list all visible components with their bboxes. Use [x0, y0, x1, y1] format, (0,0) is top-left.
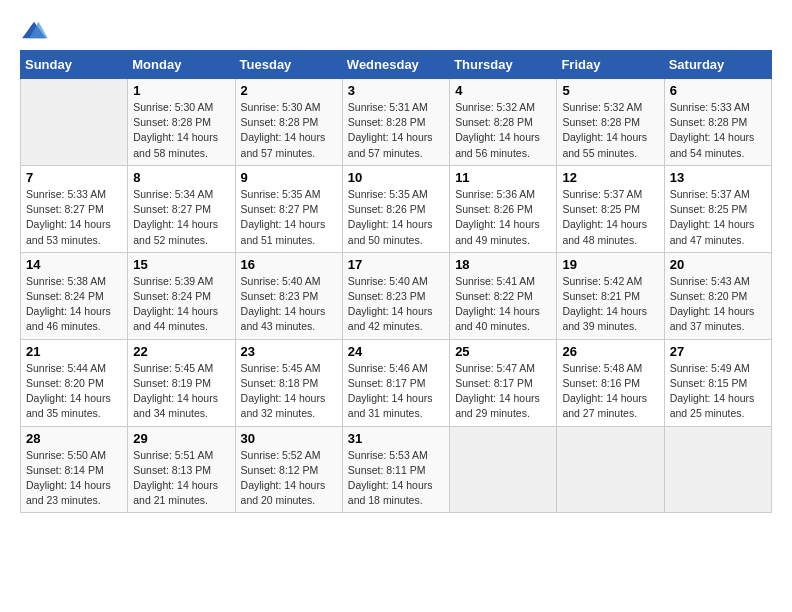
calendar-cell: 25Sunrise: 5:47 AM Sunset: 8:17 PM Dayli…	[450, 339, 557, 426]
calendar-body: 1Sunrise: 5:30 AM Sunset: 8:28 PM Daylig…	[21, 79, 772, 513]
day-detail: Sunrise: 5:30 AM Sunset: 8:28 PM Dayligh…	[133, 100, 229, 161]
day-detail: Sunrise: 5:33 AM Sunset: 8:28 PM Dayligh…	[670, 100, 766, 161]
day-detail: Sunrise: 5:35 AM Sunset: 8:27 PM Dayligh…	[241, 187, 337, 248]
day-number: 28	[26, 431, 122, 446]
calendar-cell: 18Sunrise: 5:41 AM Sunset: 8:22 PM Dayli…	[450, 252, 557, 339]
calendar-cell: 29Sunrise: 5:51 AM Sunset: 8:13 PM Dayli…	[128, 426, 235, 513]
calendar-cell: 20Sunrise: 5:43 AM Sunset: 8:20 PM Dayli…	[664, 252, 771, 339]
calendar-cell: 21Sunrise: 5:44 AM Sunset: 8:20 PM Dayli…	[21, 339, 128, 426]
calendar-cell: 28Sunrise: 5:50 AM Sunset: 8:14 PM Dayli…	[21, 426, 128, 513]
day-detail: Sunrise: 5:35 AM Sunset: 8:26 PM Dayligh…	[348, 187, 444, 248]
calendar-header-cell: Tuesday	[235, 51, 342, 79]
day-number: 29	[133, 431, 229, 446]
day-number: 9	[241, 170, 337, 185]
day-number: 25	[455, 344, 551, 359]
day-detail: Sunrise: 5:37 AM Sunset: 8:25 PM Dayligh…	[562, 187, 658, 248]
calendar-cell: 22Sunrise: 5:45 AM Sunset: 8:19 PM Dayli…	[128, 339, 235, 426]
calendar-week-row: 7Sunrise: 5:33 AM Sunset: 8:27 PM Daylig…	[21, 165, 772, 252]
day-detail: Sunrise: 5:30 AM Sunset: 8:28 PM Dayligh…	[241, 100, 337, 161]
day-number: 5	[562, 83, 658, 98]
calendar-header-cell: Monday	[128, 51, 235, 79]
day-detail: Sunrise: 5:40 AM Sunset: 8:23 PM Dayligh…	[348, 274, 444, 335]
calendar-cell: 27Sunrise: 5:49 AM Sunset: 8:15 PM Dayli…	[664, 339, 771, 426]
day-number: 15	[133, 257, 229, 272]
calendar-cell: 17Sunrise: 5:40 AM Sunset: 8:23 PM Dayli…	[342, 252, 449, 339]
calendar-cell: 4Sunrise: 5:32 AM Sunset: 8:28 PM Daylig…	[450, 79, 557, 166]
day-number: 21	[26, 344, 122, 359]
day-detail: Sunrise: 5:46 AM Sunset: 8:17 PM Dayligh…	[348, 361, 444, 422]
day-detail: Sunrise: 5:39 AM Sunset: 8:24 PM Dayligh…	[133, 274, 229, 335]
calendar-cell: 30Sunrise: 5:52 AM Sunset: 8:12 PM Dayli…	[235, 426, 342, 513]
calendar-cell: 31Sunrise: 5:53 AM Sunset: 8:11 PM Dayli…	[342, 426, 449, 513]
calendar-week-row: 21Sunrise: 5:44 AM Sunset: 8:20 PM Dayli…	[21, 339, 772, 426]
day-number: 20	[670, 257, 766, 272]
calendar-header-cell: Sunday	[21, 51, 128, 79]
day-number: 22	[133, 344, 229, 359]
day-detail: Sunrise: 5:33 AM Sunset: 8:27 PM Dayligh…	[26, 187, 122, 248]
day-number: 14	[26, 257, 122, 272]
day-number: 13	[670, 170, 766, 185]
calendar-cell	[21, 79, 128, 166]
day-detail: Sunrise: 5:47 AM Sunset: 8:17 PM Dayligh…	[455, 361, 551, 422]
page-header	[20, 20, 772, 42]
day-number: 12	[562, 170, 658, 185]
day-detail: Sunrise: 5:41 AM Sunset: 8:22 PM Dayligh…	[455, 274, 551, 335]
calendar-header-cell: Saturday	[664, 51, 771, 79]
calendar-cell: 10Sunrise: 5:35 AM Sunset: 8:26 PM Dayli…	[342, 165, 449, 252]
day-detail: Sunrise: 5:32 AM Sunset: 8:28 PM Dayligh…	[455, 100, 551, 161]
day-detail: Sunrise: 5:42 AM Sunset: 8:21 PM Dayligh…	[562, 274, 658, 335]
day-number: 31	[348, 431, 444, 446]
day-number: 26	[562, 344, 658, 359]
day-number: 4	[455, 83, 551, 98]
day-detail: Sunrise: 5:50 AM Sunset: 8:14 PM Dayligh…	[26, 448, 122, 509]
day-detail: Sunrise: 5:34 AM Sunset: 8:27 PM Dayligh…	[133, 187, 229, 248]
calendar-header-cell: Thursday	[450, 51, 557, 79]
calendar-cell: 16Sunrise: 5:40 AM Sunset: 8:23 PM Dayli…	[235, 252, 342, 339]
day-number: 23	[241, 344, 337, 359]
day-number: 1	[133, 83, 229, 98]
day-detail: Sunrise: 5:51 AM Sunset: 8:13 PM Dayligh…	[133, 448, 229, 509]
day-detail: Sunrise: 5:37 AM Sunset: 8:25 PM Dayligh…	[670, 187, 766, 248]
calendar-table: SundayMondayTuesdayWednesdayThursdayFrid…	[20, 50, 772, 513]
calendar-cell: 6Sunrise: 5:33 AM Sunset: 8:28 PM Daylig…	[664, 79, 771, 166]
calendar-header-cell: Friday	[557, 51, 664, 79]
day-number: 6	[670, 83, 766, 98]
day-number: 11	[455, 170, 551, 185]
day-number: 27	[670, 344, 766, 359]
day-detail: Sunrise: 5:53 AM Sunset: 8:11 PM Dayligh…	[348, 448, 444, 509]
calendar-cell: 12Sunrise: 5:37 AM Sunset: 8:25 PM Dayli…	[557, 165, 664, 252]
day-detail: Sunrise: 5:49 AM Sunset: 8:15 PM Dayligh…	[670, 361, 766, 422]
day-number: 16	[241, 257, 337, 272]
calendar-header-cell: Wednesday	[342, 51, 449, 79]
day-number: 17	[348, 257, 444, 272]
day-detail: Sunrise: 5:43 AM Sunset: 8:20 PM Dayligh…	[670, 274, 766, 335]
calendar-cell	[557, 426, 664, 513]
calendar-cell: 1Sunrise: 5:30 AM Sunset: 8:28 PM Daylig…	[128, 79, 235, 166]
calendar-cell	[450, 426, 557, 513]
calendar-week-row: 28Sunrise: 5:50 AM Sunset: 8:14 PM Dayli…	[21, 426, 772, 513]
calendar-cell: 26Sunrise: 5:48 AM Sunset: 8:16 PM Dayli…	[557, 339, 664, 426]
day-number: 8	[133, 170, 229, 185]
calendar-cell: 7Sunrise: 5:33 AM Sunset: 8:27 PM Daylig…	[21, 165, 128, 252]
calendar-cell: 13Sunrise: 5:37 AM Sunset: 8:25 PM Dayli…	[664, 165, 771, 252]
day-detail: Sunrise: 5:40 AM Sunset: 8:23 PM Dayligh…	[241, 274, 337, 335]
calendar-cell: 5Sunrise: 5:32 AM Sunset: 8:28 PM Daylig…	[557, 79, 664, 166]
calendar-cell: 8Sunrise: 5:34 AM Sunset: 8:27 PM Daylig…	[128, 165, 235, 252]
day-detail: Sunrise: 5:38 AM Sunset: 8:24 PM Dayligh…	[26, 274, 122, 335]
calendar-week-row: 1Sunrise: 5:30 AM Sunset: 8:28 PM Daylig…	[21, 79, 772, 166]
day-detail: Sunrise: 5:45 AM Sunset: 8:18 PM Dayligh…	[241, 361, 337, 422]
calendar-cell: 14Sunrise: 5:38 AM Sunset: 8:24 PM Dayli…	[21, 252, 128, 339]
day-detail: Sunrise: 5:31 AM Sunset: 8:28 PM Dayligh…	[348, 100, 444, 161]
day-number: 7	[26, 170, 122, 185]
calendar-cell: 3Sunrise: 5:31 AM Sunset: 8:28 PM Daylig…	[342, 79, 449, 166]
logo	[20, 20, 52, 42]
calendar-cell: 11Sunrise: 5:36 AM Sunset: 8:26 PM Dayli…	[450, 165, 557, 252]
calendar-cell: 9Sunrise: 5:35 AM Sunset: 8:27 PM Daylig…	[235, 165, 342, 252]
day-number: 10	[348, 170, 444, 185]
day-number: 3	[348, 83, 444, 98]
day-detail: Sunrise: 5:32 AM Sunset: 8:28 PM Dayligh…	[562, 100, 658, 161]
day-number: 18	[455, 257, 551, 272]
day-detail: Sunrise: 5:48 AM Sunset: 8:16 PM Dayligh…	[562, 361, 658, 422]
calendar-cell: 24Sunrise: 5:46 AM Sunset: 8:17 PM Dayli…	[342, 339, 449, 426]
logo-icon	[20, 20, 48, 42]
